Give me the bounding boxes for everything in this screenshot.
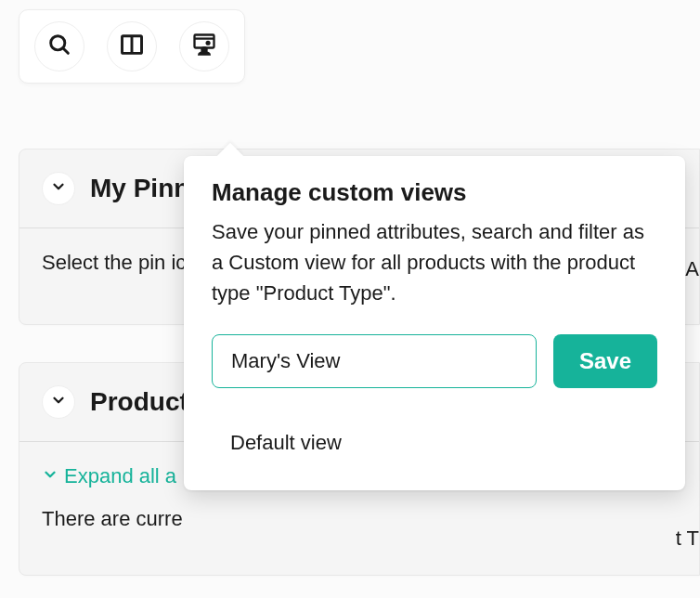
collapse-toggle-product[interactable] — [42, 385, 75, 419]
search-icon — [46, 32, 72, 61]
pinned-hint: Select the pin ic — [42, 251, 186, 274]
collapse-toggle-pinned[interactable] — [42, 172, 75, 205]
chevron-down-icon — [50, 392, 67, 412]
popover-description: Save your pinned attributes, search and … — [212, 216, 657, 308]
product-right-fragment: t T — [676, 526, 699, 551]
svg-line-1 — [63, 48, 69, 54]
save-button[interactable]: Save — [553, 334, 657, 388]
product-empty-label: There are curre — [42, 507, 183, 530]
product-title: Product — [90, 387, 188, 417]
chevron-down-icon — [42, 464, 58, 488]
toolbar — [19, 9, 245, 84]
popover-input-row: Save — [212, 334, 657, 388]
columns-button[interactable] — [107, 21, 157, 72]
expand-all-label: Expand all a — [64, 464, 176, 488]
pinned-title: My Pinn — [90, 174, 189, 203]
search-button[interactable] — [34, 21, 84, 72]
popover-title: Manage custom views — [212, 178, 657, 207]
saved-view-item[interactable]: Default view — [230, 425, 657, 461]
custom-views-button[interactable] — [179, 21, 229, 72]
view-name-input[interactable] — [212, 334, 537, 388]
saved-views-list: Default view — [212, 425, 657, 461]
custom-views-icon — [191, 32, 217, 61]
custom-views-popover: Manage custom views Save your pinned att… — [184, 156, 685, 490]
chevron-down-icon — [50, 178, 67, 199]
columns-icon — [119, 32, 145, 61]
svg-point-6 — [206, 41, 211, 46]
svg-rect-4 — [195, 35, 214, 48]
